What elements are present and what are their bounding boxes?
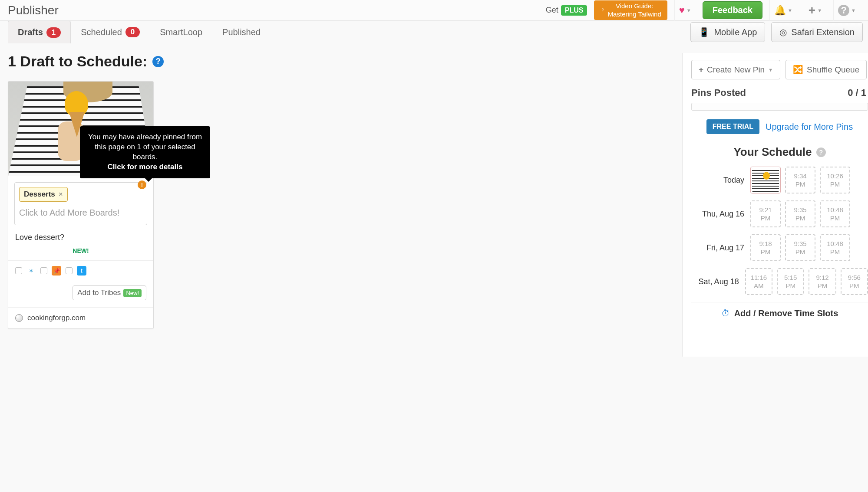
- tooltip-line2: Click for more details: [108, 163, 183, 171]
- schedule-row: Sat, Aug 1811:16AM5:15PM9:12PM9:56PM: [691, 268, 868, 295]
- feedback-button[interactable]: Feedback: [703, 1, 762, 19]
- schedule-title: Your Schedule: [733, 145, 812, 159]
- schedule-slot[interactable]: 9:34PM: [785, 167, 815, 194]
- create-pin-label: Create New Pin: [707, 65, 765, 75]
- lightbulb-icon: ♀: [600, 6, 605, 14]
- slot-time: 10:48: [827, 206, 843, 214]
- slot-period: PM: [830, 180, 840, 189]
- slot-time: 11:16: [751, 273, 767, 282]
- globe-icon: [15, 314, 23, 322]
- slot-time: 10:48: [827, 239, 843, 248]
- tab-published[interactable]: Published: [212, 21, 271, 43]
- pin-description[interactable]: Love dessert?: [8, 231, 153, 247]
- pin-thumbnail-icon: [752, 168, 779, 192]
- free-trial-badge: FREE TRIAL: [706, 119, 759, 134]
- header-left: Publisher: [8, 3, 59, 17]
- safari-extension-button[interactable]: ◎ Safari Extension: [771, 22, 863, 42]
- slot-time: 9:18: [759, 239, 772, 248]
- clock-plus-icon: ⏱: [721, 308, 730, 318]
- help-icon[interactable]: ?: [152, 56, 164, 67]
- tabs-row: Drafts 1 Scheduled 0 SmartLoop Published…: [0, 21, 868, 43]
- tab-drafts[interactable]: Drafts 1: [8, 21, 71, 43]
- add-remove-slots-button[interactable]: ⏱ Add / Remove Time Slots: [691, 302, 868, 325]
- slot-period: PM: [795, 214, 805, 223]
- shuffle-icon: 🔀: [793, 65, 803, 75]
- slot-time: 9:35: [794, 239, 806, 248]
- chevron-down-icon: ▼: [768, 67, 773, 72]
- schedule-slot[interactable]: 10:48PM: [820, 234, 850, 261]
- boards-placeholder[interactable]: Click to Add More Boards!: [19, 208, 142, 218]
- drafts-count-badge: 1: [46, 27, 61, 38]
- schedule-slot[interactable]: 10:26PM: [820, 167, 850, 194]
- duplicate-pin-tooltip[interactable]: You may have already pinned from this pa…: [80, 126, 210, 178]
- get-plus-link[interactable]: Get PLUS: [546, 5, 587, 16]
- create-new-pin-button[interactable]: + Create New Pin ▼: [691, 60, 780, 79]
- source-row[interactable]: cookingforgp.com: [8, 307, 153, 328]
- schedule-row: Today9:34PM10:26PM: [691, 167, 868, 194]
- get-label: Get: [546, 6, 558, 15]
- schedule-slot[interactable]: 5:15PM: [777, 268, 804, 295]
- schedule-slot[interactable]: 9:35PM: [785, 234, 815, 261]
- trial-row: FREE TRIAL Upgrade for More Pins: [691, 119, 868, 134]
- schedule-slot[interactable]: 11:16AM: [745, 268, 772, 295]
- share-row: ✶ 📌 t: [8, 260, 153, 281]
- twitter-icon: t: [77, 266, 86, 276]
- slot-period: PM: [761, 214, 771, 223]
- remove-board-icon[interactable]: ×: [59, 190, 63, 199]
- source-url: cookingforgp.com: [27, 314, 86, 322]
- mobile-icon: 📱: [699, 27, 710, 37]
- schedule-row: Fri, Aug 179:18PM9:35PM10:48PM: [691, 234, 868, 261]
- schedule-slot[interactable]: 9:56PM: [841, 268, 868, 295]
- shuffle-queue-button[interactable]: 🔀 Shuffle Queue: [785, 60, 867, 79]
- app-title: Publisher: [8, 3, 59, 17]
- tribes-row: Add to Tribes New!: [8, 281, 153, 307]
- scheduled-count-badge: 0: [125, 27, 140, 37]
- help-dropdown[interactable]: ? ▼: [833, 0, 860, 21]
- schedule-row: Thu, Aug 169:21PM9:35PM10:48PM: [691, 200, 868, 227]
- schedule-slot[interactable]: 9:18PM: [750, 234, 781, 261]
- schedule-slot[interactable]: 9:12PM: [809, 268, 836, 295]
- help-icon[interactable]: ?: [816, 148, 826, 157]
- right-sidebar: + Create New Pin ▼ 🔀 Shuffle Queue Pins …: [682, 53, 868, 357]
- pins-posted-row: Pins Posted 0 / 1: [691, 87, 868, 98]
- tooltip-arrow-icon: [145, 178, 152, 182]
- pins-posted-label: Pins Posted: [691, 87, 746, 98]
- pins-progress-bar: [691, 103, 868, 111]
- pins-posted-count: 0 / 1: [848, 87, 866, 98]
- pin-card-wrap: You may have already pinned from this pa…: [8, 81, 154, 329]
- boards-input-box[interactable]: Desserts × Click to Add More Boards!: [14, 182, 147, 225]
- page-heading-row: 1 Draft to Schedule: ?: [8, 53, 673, 70]
- notifications-dropdown[interactable]: 🔔 ▼: [769, 0, 797, 21]
- pinterest-checkbox[interactable]: [40, 267, 47, 274]
- slot-time: 9:21: [759, 206, 772, 214]
- chevron-down-icon: ▼: [851, 8, 856, 13]
- schedule-slot[interactable]: 9:35PM: [785, 200, 815, 227]
- schedule-day-label: Fri, Aug 17: [691, 243, 746, 253]
- schedule-slot[interactable]: [750, 167, 781, 194]
- app-header: Publisher Get PLUS ♀ Video Guide: Master…: [0, 0, 868, 21]
- slot-period: PM: [795, 248, 805, 256]
- add-dropdown[interactable]: + ▼: [804, 0, 826, 21]
- tab-smartloop[interactable]: SmartLoop: [150, 21, 212, 43]
- favorites-dropdown[interactable]: ♥ ▼: [674, 0, 696, 21]
- tab-label: Drafts: [18, 27, 43, 37]
- slot-period: AM: [754, 282, 764, 290]
- slot-time: 9:56: [848, 273, 861, 282]
- mobile-app-button[interactable]: 📱 Mobile App: [690, 22, 765, 42]
- add-to-tribes-button[interactable]: Add to Tribes New!: [73, 285, 146, 300]
- slot-period: PM: [849, 282, 859, 290]
- pinterest-icon: 📌: [52, 266, 61, 276]
- slot-period: PM: [818, 282, 828, 290]
- upgrade-link[interactable]: Upgrade for More Pins: [766, 122, 853, 132]
- twitter-checkbox[interactable]: [66, 267, 73, 274]
- main-content: 1 Draft to Schedule: ? You may have alre…: [0, 43, 868, 357]
- video-guide-button[interactable]: ♀ Video Guide: Mastering Tailwind: [594, 0, 667, 20]
- schedule-slot[interactable]: 10:48PM: [820, 200, 850, 227]
- schedule-slot[interactable]: 9:21PM: [750, 200, 781, 227]
- add-slots-label: Add / Remove Time Slots: [734, 308, 838, 318]
- board-chip-label: Desserts: [24, 190, 55, 199]
- tab-scheduled[interactable]: Scheduled 0: [71, 21, 150, 43]
- tailwind-checkbox[interactable]: [15, 267, 22, 274]
- new-label: NEW!: [8, 247, 153, 260]
- warning-icon[interactable]: !: [138, 180, 146, 189]
